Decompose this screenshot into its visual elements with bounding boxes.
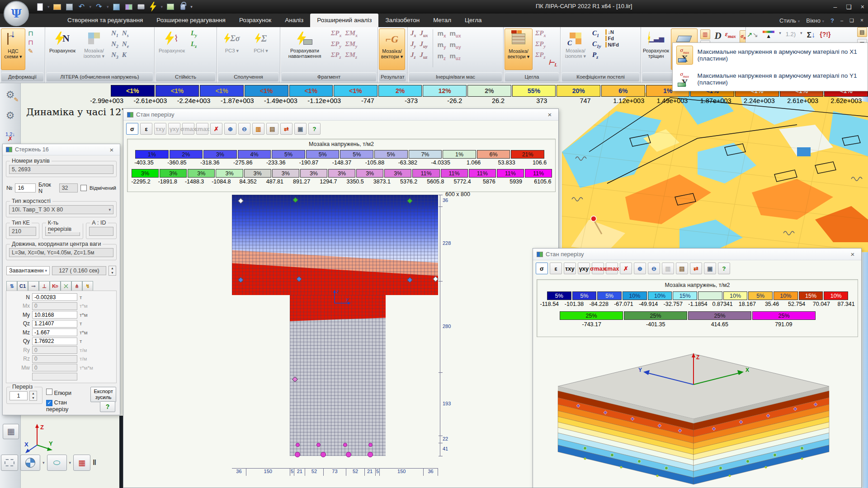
ribbon-tab[interactable]: Розрахунок (232, 14, 278, 27)
ribbon-letter-button[interactable]: ΣPz (535, 51, 546, 61)
camera-icon[interactable] (137, 2, 146, 11)
toolbar-button[interactable]: σ (536, 263, 548, 274)
ribbon-letter-button[interactable]: muz (449, 52, 461, 62)
force-value-field[interactable]: -0.00283 (32, 293, 77, 301)
check-model-button[interactable]: {?!} (820, 31, 830, 38)
tab-arrows-icon[interactable]: ⤬ (61, 281, 71, 291)
ribbon-letter-button[interactable]: Jux (420, 29, 428, 39)
selection-box-button[interactable] (1, 455, 18, 471)
panel-titlebar[interactable]: Стержень 16 × (3, 144, 120, 155)
ribbon-letter-button[interactable]: Juy (420, 40, 428, 50)
ribbon-tab[interactable]: Розширене редагування (150, 14, 232, 27)
run-icon[interactable] (149, 2, 158, 11)
sigma-max-button[interactable]: σmax ▾ (740, 30, 745, 44)
brick-mosaic-vectors-button[interactable]: Мозаїка/ вектори ▾ (505, 28, 533, 70)
rsz-button[interactable]: Σσ РСЗ ▾ (218, 28, 246, 70)
ribbon-small-button[interactable]: Fd (605, 36, 618, 41)
force-value-field[interactable]: 0 (32, 364, 77, 371)
toolbar-button[interactable]: ▥ (252, 123, 264, 135)
mdi-close-button[interactable]: × (860, 17, 863, 23)
close-icon[interactable]: × (545, 111, 555, 118)
ribbon-letter-button[interactable]: Ly (191, 29, 197, 39)
toolbar-button[interactable]: ⊕ (224, 123, 236, 135)
ribbon-letter-button[interactable]: ΣPy (331, 40, 341, 50)
chevron-down-icon[interactable]: ▾ (47, 5, 50, 9)
toolbar-button[interactable]: ? (718, 263, 730, 274)
ribbon-letter-button[interactable]: ΣMz (345, 51, 358, 61)
numbering-off-icon[interactable]: 1,2↓✗ (2, 127, 19, 145)
ribbon-tab[interactable]: Розширений аналіз (310, 14, 378, 27)
tab-support-icon[interactable]: ⊥ (39, 281, 50, 291)
ribbon-letter-button[interactable]: ΣMy (345, 40, 358, 50)
edit-gear-icon[interactable]: ⚙✎ (2, 86, 19, 104)
toolbar-button[interactable]: γxy (168, 123, 180, 135)
table-mode-button[interactable]: ▦ (3, 424, 19, 439)
export-forces-button[interactable]: Експорт зусиль (90, 387, 116, 402)
pencil-icon[interactable]: ✎ (28, 47, 33, 55)
ribbon-letter-button[interactable]: Lz (191, 40, 197, 50)
toolbar-button[interactable]: ⊖ (238, 123, 250, 135)
toolbar-button[interactable]: σmax (182, 123, 194, 135)
rsn-button[interactable]: Σ РСН ▾ (247, 28, 275, 70)
dialog-titlebar[interactable]: Стан перерізу × (123, 109, 558, 121)
menu-style[interactable]: Стиль ▾ (779, 17, 800, 24)
mdi-restore-button[interactable]: ❏ (849, 18, 854, 23)
ribbon-tab[interactable]: Залізобетон (378, 14, 426, 27)
section-web-mosaic[interactable] (290, 295, 386, 456)
menu-window[interactable]: Вікно ▾ (806, 17, 824, 24)
settings-gear-icon[interactable]: ⚙ (2, 107, 19, 125)
ribbon-letter-button[interactable]: ΣPx (535, 29, 546, 39)
ribbon-small-button[interactable]: ↓N (605, 29, 618, 35)
toolbar-button[interactable]: γxy (578, 263, 590, 274)
toolbar-button[interactable]: ε (550, 263, 562, 274)
menu-item-sigma-max-y[interactable]: σmaxY Максимальне напруження в армуючому… (673, 67, 868, 91)
help-icon[interactable]: ? (830, 17, 834, 24)
marked-checkbox[interactable] (80, 185, 87, 191)
ribbon-letter-button[interactable]: ΣPx (331, 29, 341, 39)
ribbon-letter-button[interactable]: Juz (420, 51, 428, 61)
tab-kd-icon[interactable]: KD (50, 281, 61, 291)
toolbar-button[interactable]: ▤ (676, 263, 688, 274)
close-icon[interactable]: × (107, 146, 117, 154)
toolbar-button[interactable]: σ (126, 123, 138, 135)
ribbon-letter-button[interactable]: Pz (592, 51, 601, 61)
chevron-down-icon[interactable]: ▾ (107, 5, 109, 9)
toolbar-button[interactable]: ⊖ (648, 263, 660, 274)
ribbon-letter-button[interactable]: Jy (410, 40, 416, 50)
ribbon-letter-button[interactable]: mux (449, 29, 461, 40)
ribbon-letter-button[interactable]: muy (449, 41, 461, 51)
lock-icon[interactable] (178, 2, 187, 11)
litera-calc-button[interactable]: N Розрахунок (46, 28, 79, 70)
app-logo[interactable]: Ψ (4, 1, 29, 26)
ribbon-letter-button[interactable]: my (438, 41, 446, 51)
sum-down-button[interactable]: Σ↓ (807, 31, 816, 40)
toolbar-button[interactable]: ⊕ (634, 263, 646, 274)
charts-icon[interactable] (166, 2, 175, 11)
force-value-field[interactable]: 0 (32, 302, 77, 310)
toolbar-button[interactable]: ✗ (210, 123, 222, 135)
ribbon-letter-button[interactable]: mz (438, 52, 446, 62)
stiffness-select[interactable]: 10ї. Тавр_Т 30 X 80▾ (9, 205, 113, 214)
ribbon-letter-button[interactable]: Jx (410, 29, 416, 39)
crack-calc-button[interactable]: ▁▃▅ Розрахунок тріщин (642, 28, 670, 70)
frame2-icon[interactable]: ⊓ (28, 38, 33, 47)
ribbon-tab[interactable]: Створення та редагування (61, 14, 150, 27)
tab-c1-icon[interactable]: C1 (17, 281, 28, 291)
toolbar-button[interactable]: ε (140, 123, 152, 135)
toolbar-button[interactable]: εmax (606, 263, 618, 274)
ribbon-letter-button[interactable]: N2 (111, 40, 118, 50)
panel-toggle-icon[interactable]: ▤ (857, 27, 867, 37)
numbering-button[interactable]: 1.2) (786, 31, 796, 38)
ribbon-letter-button[interactable]: C1 (592, 29, 601, 39)
book-icon[interactable] (124, 2, 133, 11)
dialog-titlebar[interactable]: Стан перерізу × (533, 249, 861, 260)
frame-icon[interactable]: ⊓ (28, 29, 33, 38)
nds-schemes-button[interactable]: ↓ ⌒ НДС схеми ▾ (1, 28, 25, 70)
pause-icon[interactable]: ‖ (93, 459, 96, 467)
load-case-select[interactable]: Завантаженн▾ (6, 266, 50, 275)
toolbar-button[interactable]: ▥ (662, 263, 674, 274)
result-mosaic-vectors-button[interactable]: ⌐G Мозаїка/ вектори ▾ (379, 28, 405, 70)
color-cursor-icon[interactable]: ▲ (763, 31, 774, 39)
tab-temp-icon[interactable]: ↯ (82, 281, 93, 291)
ribbon-letter-button[interactable]: Jz (410, 51, 416, 61)
